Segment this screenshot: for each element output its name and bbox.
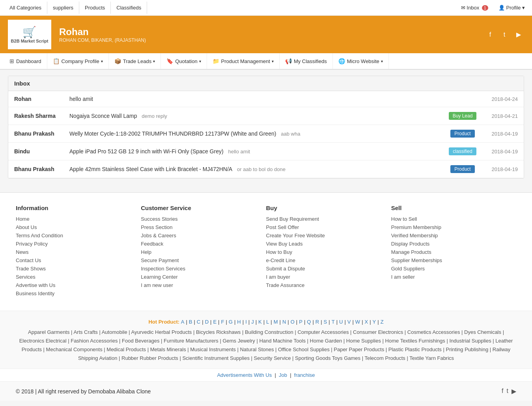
footer-link[interactable]: News: [16, 249, 141, 255]
category-link[interactable]: Gems Jewelry: [222, 338, 255, 344]
nav-suppliers[interactable]: suppliers: [47, 2, 79, 14]
franchise-link[interactable]: franchise: [294, 372, 315, 378]
alpha-link[interactable]: T: [332, 319, 335, 325]
table-row[interactable]: Rakesh Sharma Nogaiya Sconce Wall Lamp d…: [8, 107, 524, 125]
category-link[interactable]: Medical Products: [106, 346, 146, 352]
footer-link[interactable]: Send Buy Requirement: [266, 216, 391, 222]
alpha-link[interactable]: N: [282, 319, 286, 325]
category-link[interactable]: Office School Supplies: [278, 346, 330, 352]
table-row[interactable]: Bhanu Prakash Apple 42mm Stainless Steel…: [8, 160, 524, 178]
category-link[interactable]: Home Supplies: [346, 338, 381, 344]
category-link[interactable]: Computer Accessories: [297, 329, 349, 335]
footer-link[interactable]: Post Sell Offer: [266, 224, 391, 230]
alpha-link[interactable]: H: [237, 319, 241, 325]
alpha-link[interactable]: R: [315, 319, 319, 325]
footer-link[interactable]: Business Identity: [16, 291, 141, 296]
alpha-link[interactable]: M: [274, 319, 278, 325]
footer-link[interactable]: e-Credit Line: [266, 257, 391, 263]
alpha-link[interactable]: E: [213, 319, 217, 325]
alpha-link[interactable]: Q: [307, 319, 311, 325]
profile-link[interactable]: 👤 Profile ▾: [495, 3, 528, 12]
table-row[interactable]: Rohan hello amit 2018-04-24: [8, 91, 524, 107]
footer-link[interactable]: About Us: [16, 224, 141, 230]
category-link[interactable]: Electronics Electrical: [19, 338, 67, 344]
alpha-link[interactable]: Y: [373, 319, 376, 325]
category-link[interactable]: Telecom Products: [364, 355, 405, 361]
footer-link[interactable]: Home: [16, 216, 141, 222]
inbox-link[interactable]: ✉ Inbox 1: [458, 3, 491, 12]
nav-product-management[interactable]: 📁 Product Management ▾: [207, 53, 280, 69]
twitter-icon[interactable]: t: [499, 29, 510, 40]
footer-link[interactable]: Privacy Policy: [16, 241, 141, 247]
ads-link[interactable]: Advertisements With Us: [217, 372, 272, 378]
category-link[interactable]: Natural Stones: [240, 346, 274, 352]
alpha-link[interactable]: X: [365, 319, 368, 325]
category-link[interactable]: Musical Instruments: [190, 346, 236, 352]
nav-trade-leads[interactable]: 📦 Trade Leads ▾: [109, 53, 161, 69]
category-link[interactable]: Textile Yarn Fabrics: [409, 355, 454, 361]
category-link[interactable]: Arts Crafts: [73, 329, 97, 335]
category-link[interactable]: Consumer Electronics: [353, 329, 403, 335]
alpha-link[interactable]: S: [324, 319, 327, 325]
category-link[interactable]: Apparel Garments: [28, 329, 70, 335]
youtube-icon[interactable]: ▶: [513, 29, 524, 40]
tag-button[interactable]: classified: [449, 147, 476, 155]
footer-link[interactable]: Manage Products: [391, 249, 516, 255]
footer-youtube-icon[interactable]: ▶: [511, 387, 516, 395]
tag-button[interactable]: Product: [450, 130, 474, 138]
nav-quotation[interactable]: 🔖 Quotation ▾: [161, 53, 207, 69]
footer-link[interactable]: Services: [16, 274, 141, 280]
category-link[interactable]: Hand Machine Tools: [259, 338, 306, 344]
footer-link[interactable]: View Buy Leads: [266, 241, 391, 247]
footer-link[interactable]: Success Stories: [141, 216, 266, 222]
footer-link[interactable]: Submit a Dispute: [266, 266, 391, 272]
footer-link[interactable]: How to Sell: [391, 216, 516, 222]
nav-micro-website[interactable]: 🌐 Micro Website ▾: [333, 53, 389, 69]
footer-link[interactable]: Help: [141, 249, 266, 255]
tag-button[interactable]: Buy Lead: [449, 112, 477, 120]
nav-products[interactable]: Products: [79, 2, 111, 14]
footer-link[interactable]: Terms And Condition: [16, 233, 141, 238]
category-link[interactable]: Rubber Rubber Products: [121, 355, 178, 361]
category-link[interactable]: Dyes Chemicals: [464, 329, 501, 335]
alpha-link[interactable]: O: [291, 319, 295, 325]
category-link[interactable]: Automobile: [102, 329, 127, 335]
nav-company-profile[interactable]: 📋 Company Profile ▾: [47, 53, 109, 69]
category-link[interactable]: Furniture Manufacturers: [164, 338, 218, 344]
category-link[interactable]: Fashion Accessories: [71, 338, 118, 344]
footer-link[interactable]: Inspection Services: [141, 266, 266, 272]
footer-link[interactable]: Contact Us: [16, 257, 141, 263]
alpha-link[interactable]: A: [181, 319, 185, 325]
category-link[interactable]: Cosmetics Accessories: [407, 329, 460, 335]
category-link[interactable]: Metals Minerals: [150, 346, 186, 352]
footer-link[interactable]: Display Products: [391, 241, 516, 247]
footer-link[interactable]: Gold Suppliers: [391, 266, 516, 272]
footer-link[interactable]: Feedback: [141, 241, 266, 247]
alpha-link[interactable]: D: [205, 319, 209, 325]
alpha-link[interactable]: P: [299, 319, 302, 325]
category-link[interactable]: Building Construction: [245, 329, 293, 335]
category-link[interactable]: Ayurvedic Herbal Products: [131, 329, 192, 335]
footer-link[interactable]: Premium Membership: [391, 224, 516, 230]
footer-twitter-icon[interactable]: t: [507, 387, 508, 395]
footer-link[interactable]: How to Buy: [266, 249, 391, 255]
category-link[interactable]: Paper Paper Products: [334, 346, 384, 352]
nav-my-classifieds[interactable]: 📢 My Classifieds: [280, 53, 333, 69]
footer-link[interactable]: Press Section: [141, 224, 266, 230]
category-link[interactable]: Home Garden: [310, 338, 342, 344]
footer-facebook-icon[interactable]: f: [502, 387, 503, 395]
footer-link[interactable]: Secure Payment: [141, 257, 266, 263]
category-link[interactable]: Bicycles Rickshaws: [196, 329, 241, 335]
footer-link[interactable]: Jobs & Careers: [141, 233, 266, 238]
footer-link[interactable]: Learning Center: [141, 274, 266, 280]
category-link[interactable]: Food Beverages: [122, 338, 159, 344]
footer-link[interactable]: Trade Shows: [16, 266, 141, 272]
category-link[interactable]: Industrial Supplies: [449, 338, 491, 344]
alpha-link[interactable]: V: [347, 319, 351, 325]
alpha-link[interactable]: L: [266, 319, 269, 325]
alpha-link[interactable]: W: [355, 319, 360, 325]
footer-link[interactable]: I am seller: [391, 274, 516, 280]
alpha-link[interactable]: G: [229, 319, 233, 325]
job-link[interactable]: Job: [279, 372, 287, 378]
category-link[interactable]: Scientific Instrument Supplies: [182, 355, 250, 361]
